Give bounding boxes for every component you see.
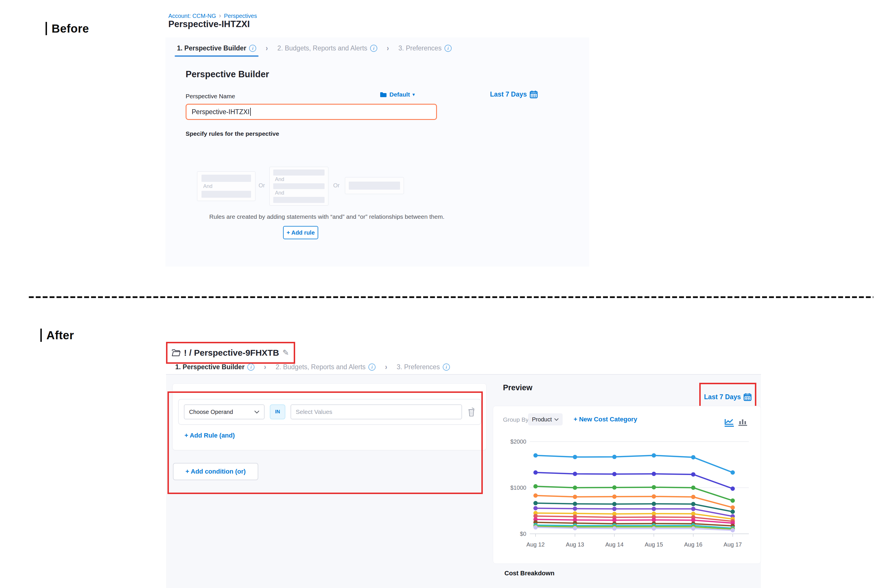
tab-label: 3. Preferences <box>398 44 442 52</box>
calendar-icon <box>744 393 752 401</box>
before-after-divider <box>29 296 873 298</box>
svg-text:Aug 16: Aug 16 <box>684 541 702 548</box>
operand-select[interactable]: Choose Operand <box>184 404 265 419</box>
cost-breakdown-heading: Cost Breakdown <box>504 570 555 577</box>
text-cursor <box>250 108 251 116</box>
info-icon: i <box>370 45 377 52</box>
perspective-builder-heading: Perspective Builder <box>186 69 269 80</box>
select-values-input[interactable] <box>291 404 462 419</box>
and-label: And <box>201 183 251 189</box>
skeleton-bar <box>201 175 251 182</box>
folder-icon <box>380 92 387 98</box>
bar-chart-toggle[interactable] <box>738 418 748 428</box>
perspective-name-input[interactable]: Perspective-IHTZXI <box>186 104 437 120</box>
svg-text:Aug 12: Aug 12 <box>526 541 544 548</box>
tab-perspective-builder[interactable]: 1. Perspective Builder i <box>177 44 256 52</box>
tab-budgets-reports-alerts[interactable]: 2. Budgets, Reports and Alerts i <box>277 44 377 52</box>
add-rule-and-link[interactable]: + Add Rule (and) <box>184 432 235 439</box>
breadcrumb-account-link[interactable]: Account: CCM-NG <box>168 13 216 19</box>
tab-chevron-icon: › <box>266 44 268 53</box>
svg-text:Aug 15: Aug 15 <box>645 541 663 548</box>
add-rule-button[interactable]: + Add rule <box>283 226 318 239</box>
trash-icon <box>467 407 476 417</box>
tab-label: 1. Perspective Builder <box>175 363 244 371</box>
preview-line-chart: $0$1000$2000Aug 12Aug 13Aug 14Aug 15Aug … <box>499 432 752 553</box>
tab-label: 3. Preferences <box>397 363 440 371</box>
chevron-down-icon: ▾ <box>412 92 415 97</box>
calendar-icon <box>530 90 537 98</box>
breadcrumb-chevron-icon: › <box>219 12 221 20</box>
tab-chevron-icon: › <box>387 44 389 53</box>
active-tab-underline <box>175 56 258 57</box>
date-range-value: Last 7 Days <box>704 393 741 401</box>
delete-rule-button[interactable] <box>467 407 476 417</box>
tab-preferences[interactable]: 3. Preferences i <box>397 363 450 371</box>
perspective-name-label: Perspective Name <box>186 93 235 100</box>
skeleton-bar <box>273 170 324 176</box>
after-label-text: After <box>46 329 74 342</box>
svg-text:$0: $0 <box>520 531 526 537</box>
after-section-label: After <box>40 328 74 342</box>
edit-pencil-icon[interactable]: ✎ <box>282 348 289 357</box>
bar-chart-icon <box>738 418 748 427</box>
tab-budgets-reports-alerts[interactable]: 2. Budgets, Reports and Alerts i <box>276 363 376 371</box>
folder-select[interactable]: Default ▾ <box>380 91 415 98</box>
before-label-text: Before <box>52 22 89 35</box>
svg-text:Aug 13: Aug 13 <box>566 541 584 548</box>
or-label: Or <box>333 182 339 189</box>
perspective-name-value: Perspective-IHTZXI <box>192 108 250 116</box>
info-icon: i <box>444 45 452 52</box>
specify-rules-label: Specify rules for the perspective <box>186 130 279 137</box>
rules-help-text: Rules are created by adding statements w… <box>189 213 465 220</box>
breadcrumb-perspectives-link[interactable]: Perspectives <box>224 13 257 19</box>
before-tab-bar: 1. Perspective Builder i › 2. Budgets, R… <box>177 44 452 53</box>
tab-chevron-icon: › <box>264 363 266 372</box>
date-range-picker[interactable]: Last 7 Days <box>704 393 752 401</box>
info-icon: i <box>249 45 256 52</box>
and-label: And <box>273 190 324 196</box>
skeleton-bar <box>273 183 324 189</box>
breadcrumb: Account: CCM-NG › Perspectives <box>168 12 257 20</box>
skeleton-bar <box>349 182 400 190</box>
skeleton-bar <box>201 191 251 198</box>
chevron-down-icon <box>254 411 260 414</box>
label-bar <box>45 22 47 35</box>
add-condition-or-button[interactable]: + Add condition (or) <box>173 463 258 480</box>
tab-label: 2. Budgets, Reports and Alerts <box>277 44 367 52</box>
rule-row: Choose Operand IN <box>178 399 482 425</box>
and-label: And <box>273 176 324 183</box>
before-page-title: Perspective-IHTZXI <box>168 19 250 29</box>
svg-text:$1000: $1000 <box>510 484 526 491</box>
svg-text:Aug 14: Aug 14 <box>605 541 624 548</box>
label-bar <box>40 328 42 342</box>
operator-in-button[interactable]: IN <box>270 404 285 419</box>
skeleton-bar <box>273 197 324 203</box>
info-icon: i <box>247 363 255 370</box>
rules-skeleton-box <box>345 177 404 194</box>
info-icon: i <box>443 363 450 370</box>
group-by-label: Group By <box>503 416 529 423</box>
date-range-picker[interactable]: Last 7 Days <box>490 90 537 98</box>
new-cost-category-link[interactable]: + New Cost Category <box>574 416 637 423</box>
line-chart-toggle[interactable] <box>724 418 734 428</box>
svg-text:$2000: $2000 <box>510 438 526 445</box>
preview-heading: Preview <box>503 383 532 392</box>
tab-chevron-icon: › <box>385 363 387 372</box>
or-label: Or <box>258 182 265 189</box>
after-page-title: ! / Perspective-9FHXTB <box>184 348 279 358</box>
tab-label: 2. Budgets, Reports and Alerts <box>276 363 366 371</box>
tab-perspective-builder[interactable]: 1. Perspective Builder i <box>175 363 255 371</box>
before-section-label: Before <box>45 22 89 35</box>
folder-icon <box>171 349 180 357</box>
svg-text:Aug 17: Aug 17 <box>723 541 742 548</box>
group-by-select[interactable]: Product <box>528 413 562 425</box>
after-title-annotation-box: ! / Perspective-9FHXTB ✎ <box>166 342 295 364</box>
after-tab-bar: 1. Perspective Builder i › 2. Budgets, R… <box>175 363 450 372</box>
info-icon: i <box>368 363 376 370</box>
rules-skeleton-box: And And <box>269 166 328 206</box>
tab-preferences[interactable]: 3. Preferences i <box>398 44 452 52</box>
tab-label: 1. Perspective Builder <box>177 44 246 52</box>
date-range-value: Last 7 Days <box>490 90 527 98</box>
rules-skeleton-box: And <box>197 171 256 201</box>
folder-select-value: Default <box>389 91 410 98</box>
